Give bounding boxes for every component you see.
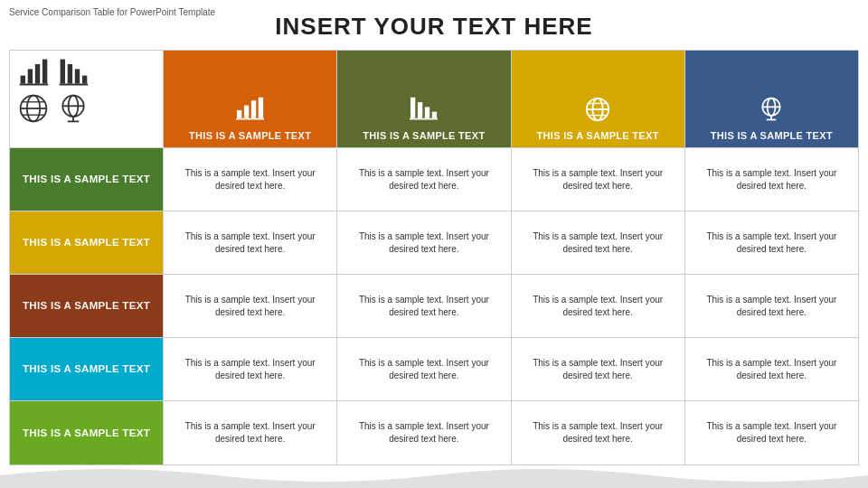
wave-decoration (0, 463, 868, 488)
col-header-3: THIS IS A SAMPLE TEXT (685, 51, 858, 148)
svg-rect-25 (410, 98, 415, 118)
cell-0-1: This is a sample text. Insert your desir… (164, 211, 336, 275)
globe-icon-2 (57, 92, 90, 125)
comparison-table: THIS IS A SAMPLE TEXT THIS IS A SAMPLE T… (9, 50, 859, 465)
svg-rect-8 (82, 76, 87, 84)
svg-rect-26 (418, 102, 422, 118)
cell-2-4: This is a sample text. Insert your desir… (512, 401, 684, 465)
icon-row-2 (17, 92, 90, 125)
svg-rect-23 (258, 98, 262, 118)
svg-rect-7 (75, 69, 80, 83)
data-column-2: THIS IS A SAMPLE TEXT This is a sample t… (512, 51, 685, 465)
col-header-0: THIS IS A SAMPLE TEXT (164, 51, 336, 148)
cell-3-4: This is a sample text. Insert your desir… (685, 401, 858, 465)
cell-1-2: This is a sample text. Insert your desir… (337, 275, 510, 338)
col-header-1: THIS IS A SAMPLE TEXT (337, 51, 510, 148)
cell-3-0: This is a sample text. Insert your desir… (685, 148, 858, 211)
data-column-0: THIS IS A SAMPLE TEXT This is a sample t… (164, 51, 337, 465)
cell-3-3: This is a sample text. Insert your desir… (685, 338, 858, 401)
cell-0-4: This is a sample text. Insert your desir… (164, 401, 336, 465)
col-0-header-icon (233, 96, 268, 127)
bar-chart-icon (17, 56, 50, 89)
label-header-icons (10, 51, 164, 148)
row-label-4: THIS IS A SAMPLE TEXT (10, 401, 164, 465)
svg-rect-22 (251, 100, 256, 117)
row-label-0: THIS IS A SAMPLE TEXT (10, 148, 164, 211)
cell-2-2: This is a sample text. Insert your desir… (512, 275, 684, 338)
col-3-header-icon (756, 96, 787, 127)
cell-1-3: This is a sample text. Insert your desir… (337, 338, 510, 401)
svg-rect-1 (28, 69, 33, 83)
col-1-header-text: THIS IS A SAMPLE TEXT (363, 130, 485, 142)
svg-rect-20 (237, 110, 241, 118)
cell-2-1: This is a sample text. Insert your desir… (512, 211, 684, 275)
watermark: Service Comparison Table for PowerPoint … (9, 7, 215, 17)
cell-1-1: This is a sample text. Insert your desir… (337, 211, 510, 275)
row-label-1: THIS IS A SAMPLE TEXT (10, 211, 164, 275)
svg-rect-2 (35, 64, 40, 84)
row-label-3: THIS IS A SAMPLE TEXT (10, 338, 164, 401)
cell-2-3: This is a sample text. Insert your desir… (512, 338, 684, 401)
col-0-header-text: THIS IS A SAMPLE TEXT (189, 130, 311, 142)
svg-rect-27 (425, 107, 429, 117)
svg-rect-3 (42, 60, 47, 84)
cell-0-3: This is a sample text. Insert your desir… (164, 338, 336, 401)
cell-0-0: This is a sample text. Insert your desir… (164, 148, 336, 211)
cell-2-0: This is a sample text. Insert your desir… (512, 148, 684, 211)
row-label-2: THIS IS A SAMPLE TEXT (10, 275, 164, 338)
cell-0-2: This is a sample text. Insert your desir… (164, 275, 336, 338)
svg-rect-6 (68, 64, 72, 84)
bar-chart-down-icon (57, 56, 90, 89)
globe-icon-1 (17, 92, 50, 125)
col-header-2: THIS IS A SAMPLE TEXT (512, 51, 684, 148)
label-column: THIS IS A SAMPLE TEXT THIS IS A SAMPLE T… (10, 51, 164, 465)
icon-row-1 (17, 56, 90, 89)
col-3-header-text: THIS IS A SAMPLE TEXT (711, 130, 833, 142)
svg-rect-0 (21, 76, 25, 84)
cell-1-0: This is a sample text. Insert your desir… (337, 148, 510, 211)
svg-rect-28 (432, 111, 437, 117)
col-2-header-icon (582, 96, 613, 127)
cell-3-2: This is a sample text. Insert your desir… (685, 275, 858, 338)
col-2-header-text: THIS IS A SAMPLE TEXT (537, 130, 659, 142)
svg-rect-5 (61, 60, 65, 84)
col-1-header-icon (407, 96, 441, 127)
cell-3-1: This is a sample text. Insert your desir… (685, 211, 858, 275)
svg-rect-21 (244, 105, 249, 117)
cell-1-4: This is a sample text. Insert your desir… (337, 401, 510, 465)
data-column-3: THIS IS A SAMPLE TEXT This is a sample t… (685, 51, 858, 465)
data-column-1: THIS IS A SAMPLE TEXT This is a sample t… (337, 51, 511, 465)
